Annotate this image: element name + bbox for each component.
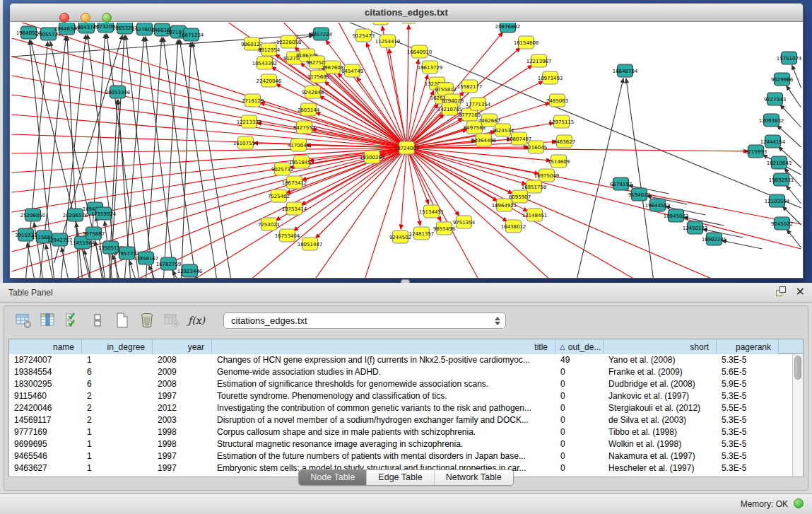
table-row[interactable]: 2242004622012Investigating the contribut… [9, 402, 803, 414]
column-header-out_de[interactable]: △out_de... [555, 339, 604, 354]
column-header-year[interactable]: year [153, 339, 212, 354]
column-header-title[interactable]: title [212, 339, 555, 354]
table-settings-icon[interactable] [14, 311, 33, 329]
network-node[interactable]: 12975115 [549, 115, 575, 128]
network-node[interactable]: 9855496 [433, 222, 456, 235]
network-node[interactable]: 12481357 [409, 227, 435, 240]
scrollbar-thumb[interactable] [794, 356, 801, 380]
column-header-short[interactable]: short [604, 339, 717, 354]
network-node[interactable]: 8427552 [293, 121, 315, 134]
network-node[interactable]: 16438012 [501, 220, 526, 233]
network-node[interactable]: 8454749 [341, 64, 363, 77]
network-node[interactable]: 15582177 [457, 80, 483, 93]
network-node[interactable]: 8131074 [370, 23, 392, 25]
network-node[interactable]: 3175685 [307, 70, 329, 83]
new-table-icon[interactable] [113, 311, 131, 329]
table-row[interactable]: 946554611997Estimation of the future num… [9, 450, 803, 462]
network-node[interactable]: 9244502 [389, 230, 411, 243]
network-node[interactable]: 18051447 [298, 238, 323, 250]
network-node[interactable]: 16648784 [613, 64, 638, 77]
svg-text:16951758: 16951758 [522, 185, 547, 190]
network-node[interactable]: 16975049 [534, 169, 560, 182]
svg-text:12481357: 12481357 [409, 231, 435, 237]
network-node[interactable]: 19613729 [418, 61, 443, 74]
network-node[interactable]: 9751354 [453, 216, 476, 228]
svg-text:16648784: 16648784 [613, 69, 638, 74]
network-node[interactable]: 5572312 [398, 23, 420, 23]
network-node[interactable]: 16902245 [702, 233, 727, 245]
network-window-titlebar[interactable]: citations_edges.txt [10, 4, 803, 22]
float-panel-icon[interactable] [776, 286, 787, 298]
network-canvas[interactable]: 1872400798601238912954122260589127505818… [11, 23, 801, 279]
table-row[interactable]: 1456911722003Disruption of a novel membe… [9, 414, 803, 426]
network-node[interactable]: 15134451 [419, 205, 445, 218]
network-node[interactable]: 7525402 [268, 189, 290, 202]
column-header-pagerank[interactable]: pagerank [717, 339, 779, 354]
network-node[interactable]: 8912954 [258, 43, 281, 56]
select-columns-icon[interactable] [64, 311, 82, 329]
table-row[interactable]: 969969511998Structural magnetic resonanc… [9, 438, 803, 450]
network-node[interactable]: 15751074 [777, 52, 801, 64]
network-node[interactable]: 18753414 [282, 202, 307, 215]
network-node[interactable]: 4170046 [288, 139, 310, 151]
function-builder-icon[interactable]: ƒ(x) [187, 311, 206, 329]
network-node[interactable]: 12444154 [760, 135, 786, 148]
network-node[interactable]: 20876882 [495, 23, 521, 33]
network-node[interactable]: 12093832 [759, 114, 784, 127]
network-node[interactable]: 12450122 [683, 221, 708, 234]
table-selector-dropdown[interactable]: citations_edges.txt [223, 313, 506, 329]
network-node[interactable]: 9025731 [271, 163, 293, 175]
table-row[interactable]: 1830029562008Estimation of significance … [9, 378, 803, 390]
network-node[interactable]: 7957224 [310, 28, 333, 40]
network-node[interactable]: 16154808 [514, 36, 539, 49]
network-node[interactable]: 2803144 [298, 103, 320, 116]
table-panel-titlebar[interactable]: Table Panel ✕ [0, 283, 812, 303]
network-node[interactable]: 9245022 [771, 217, 793, 230]
row-height-icon[interactable] [88, 311, 107, 329]
network-node[interactable]: 1514609 [548, 155, 570, 168]
svg-text:4170046: 4170046 [288, 143, 310, 148]
delete-table-icon[interactable] [163, 311, 181, 329]
network-node[interactable]: 9463627 [553, 135, 575, 148]
network-node[interactable]: 7485063 [546, 94, 568, 107]
network-node[interactable]: 8215953 [745, 145, 767, 158]
network-node[interactable]: 10945022 [664, 209, 689, 222]
network-node[interactable]: 9755812 [435, 83, 457, 95]
network-node[interactable]: 3624534 [492, 124, 514, 136]
network-node[interactable]: 16753404 [275, 229, 300, 242]
svg-text:20364486: 20364486 [471, 138, 497, 144]
tab-node-table[interactable]: Node Table [299, 470, 366, 485]
table-row[interactable]: 1872400712008Changes of HCN gene express… [9, 354, 803, 366]
column-header-in_degree[interactable]: in_degree [82, 339, 153, 354]
svg-text:10807487: 10807487 [507, 136, 532, 142]
close-panel-icon[interactable]: ✕ [796, 286, 805, 298]
network-node[interactable]: 9975887 [83, 227, 105, 240]
network-node[interactable]: 12213967 [526, 54, 552, 67]
network-node[interactable]: 9125473 [353, 29, 375, 42]
network-node[interactable]: 9194022 [628, 188, 650, 201]
network-node[interactable]: 6679197 [610, 177, 632, 190]
network-node[interactable]: 16107554 [233, 136, 259, 149]
network-node[interactable]: 9329966 [771, 73, 794, 86]
network-node[interactable]: 7254021 [258, 218, 280, 230]
tab-edge-table[interactable]: Edge Table [366, 470, 433, 485]
table-row[interactable]: 977716911998Corpus callosum shape and si… [9, 426, 803, 438]
network-node[interactable]: 12103594 [765, 194, 790, 207]
network-window[interactable]: citations_edges.txt 18724007986012389129… [9, 3, 804, 279]
network-node[interactable]: 11254419 [375, 35, 401, 47]
network-node[interactable]: 6216045 [525, 141, 547, 153]
table-row[interactable]: 1938455462009Genome-wide association stu… [9, 366, 803, 378]
tab-network-table[interactable]: Network Table [434, 470, 513, 485]
column-header-name[interactable]: name [9, 339, 82, 354]
network-node[interactable]: 2718129 [242, 94, 264, 107]
network-view[interactable]: 1872400798601238912954122260589127505818… [11, 23, 801, 278]
show-column-icon[interactable] [39, 311, 57, 329]
network-node[interactable]: 9227343 [764, 93, 786, 105]
node-table: namein_degreeyeartitle△out_de...shortpag… [8, 339, 804, 477]
svg-text:7485063: 7485063 [546, 98, 568, 104]
delete-entries-icon[interactable] [138, 311, 156, 329]
network-node[interactable]: 9242848 [302, 86, 324, 98]
network-node[interactable]: 16210643 [767, 156, 792, 169]
table-vertical-scrollbar[interactable] [792, 354, 803, 477]
table-row[interactable]: 911546021997Tourette syndrome. Phenomeno… [9, 390, 803, 402]
